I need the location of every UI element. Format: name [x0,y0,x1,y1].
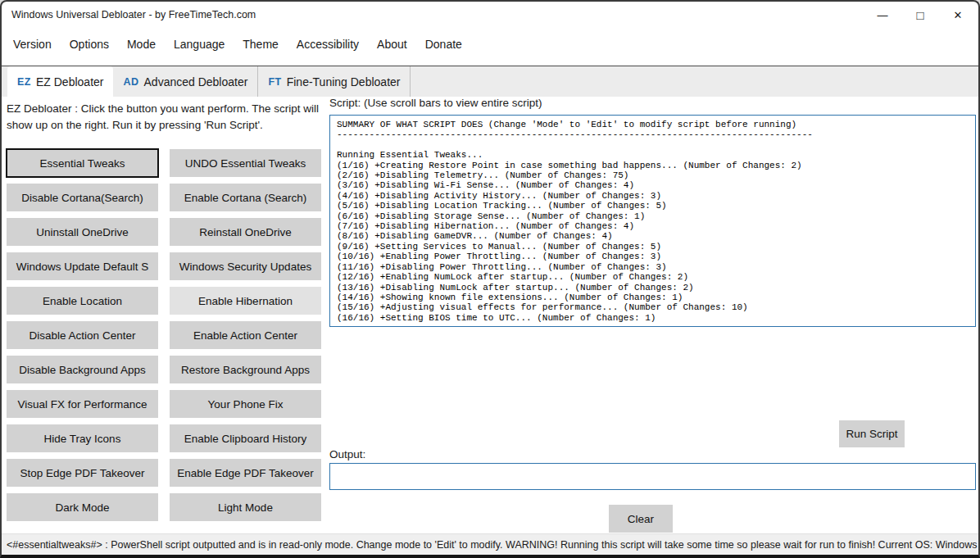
your-phone-fix-button[interactable]: Your Phone Fix [170,390,321,418]
output-textbox[interactable] [329,463,976,490]
minimize-button[interactable]: — [864,2,901,28]
script-textbox[interactable]: SUMMARY OF WHAT SCRIPT DOES (Change 'Mod… [329,115,976,327]
enable-action-center-button[interactable]: Enable Action Center [170,321,321,349]
undo-essential-tweaks-button[interactable]: UNDO Essential Tweaks [170,149,321,177]
menu-item-donate[interactable]: Donate [416,33,471,56]
menu-item-about[interactable]: About [368,33,416,56]
reinstall-onedrive-button[interactable]: Reinstall OneDrive [170,218,321,246]
tab-ez-label: EZ Debloater [36,75,103,88]
essential-tweaks-button[interactable]: Essential Tweaks [7,149,158,177]
windows-update-default-button[interactable]: Windows Update Default S [7,252,158,280]
disable-action-center-button[interactable]: Disable Action Center [7,321,158,349]
tab-fine-tuning-label: Fine-Tuning Debloater [287,75,401,88]
tab-ez-debloater[interactable]: EZ EZ Debloater [7,66,113,97]
restore-background-apps-button[interactable]: Restore Background Apps [170,356,321,383]
light-mode-button[interactable]: Light Mode [170,493,321,521]
window-controls: — □ ✕ [864,2,977,28]
ez-description: EZ Debloater : Click the button you want… [7,101,326,134]
menu-item-accessibility[interactable]: Accessibility [288,33,368,56]
window-title: Windows Universal Debloater - by FreeTim… [11,9,256,20]
tab-strip: EZ EZ Debloater AD Advanced Debloater FT… [2,66,978,97]
visual-fx-performance-button[interactable]: Visual FX for Performance [7,390,158,418]
uninstall-onedrive-button[interactable]: Uninstall OneDrive [7,218,158,246]
output-label: Output: [329,448,365,460]
run-script-button[interactable]: Run Script [839,420,905,447]
menu-item-options[interactable]: Options [61,33,118,56]
ft-tab-icon: FT [268,76,281,88]
status-bar: <#essentialtweaks#> : PowerShell script … [2,533,978,555]
tab-advanced-debloater[interactable]: AD Advanced Debloater [113,66,258,97]
enable-edge-pdf-takeover-button[interactable]: Enable Edge PDF Takeover [170,459,321,487]
ez-button-grid: Essential Tweaks UNDO Essential Tweaks D… [7,149,321,521]
disable-cortana-button[interactable]: Disable Cortana(Search) [7,184,158,211]
status-text: <#essentialtweaks#> : PowerShell script … [7,539,978,551]
menu-item-language[interactable]: Language [165,33,234,56]
menu-item-version[interactable]: Version [4,33,61,56]
stop-edge-pdf-takeover-button[interactable]: Stop Edge PDF Takeover [7,459,158,487]
menu-bar: Version Options Mode Language Theme Acce… [2,28,978,61]
minimize-icon: — [878,9,888,21]
enable-cortana-button[interactable]: Enable Cortana (Search) [170,184,321,211]
tab-advanced-label: Advanced Debloater [144,75,248,88]
ez-tab-icon: EZ [17,76,31,88]
enable-location-button[interactable]: Enable Location [7,287,158,315]
app-window: Windows Universal Debloater - by FreeTim… [0,0,980,558]
script-label: Script: (Use scroll bars to view entire … [329,97,542,109]
enable-clipboard-history-button[interactable]: Enable Clipboard History [170,424,321,452]
menu-item-mode[interactable]: Mode [118,33,165,56]
hide-tray-icons-button[interactable]: Hide Tray Icons [7,424,158,452]
menu-item-theme[interactable]: Theme [234,33,288,56]
close-icon: ✕ [954,9,963,21]
title-bar: Windows Universal Debloater - by FreeTim… [2,2,978,28]
maximize-icon: □ [916,8,923,22]
dark-mode-button[interactable]: Dark Mode [7,493,158,521]
windows-security-updates-button[interactable]: Windows Security Updates [170,252,321,280]
clear-button[interactable]: Clear [609,505,673,533]
enable-hibernation-button[interactable]: Enable Hibernation [170,287,321,315]
ad-tab-icon: AD [123,76,138,88]
maximize-button[interactable]: □ [901,2,939,28]
disable-background-apps-button[interactable]: Disable Background Apps [7,356,158,383]
tab-fine-tuning-debloater[interactable]: FT Fine-Tuning Debloater [258,66,411,97]
close-button[interactable]: ✕ [939,2,977,28]
